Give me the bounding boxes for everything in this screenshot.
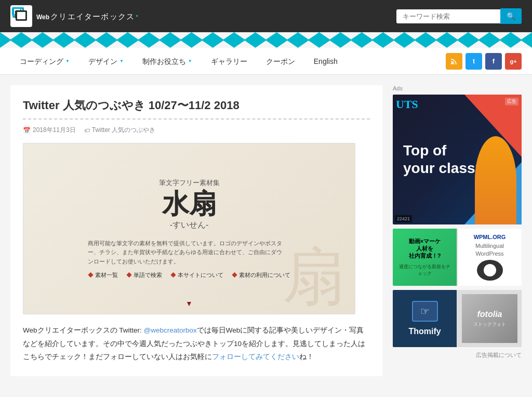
ad-bot-right-content: fotolia ストックフォト: [462, 294, 517, 343]
article-text-before: Webクリエイターボックスの Twitter:: [23, 326, 144, 334]
ad-bot-left-title: Thomify: [408, 327, 441, 336]
tag-link[interactable]: Twitter 人気のつぶやき: [92, 126, 156, 135]
image-link-usage[interactable]: ◆ 素材の利用について: [232, 271, 290, 279]
article-meta: 📅 2018年11月3日 🏷 Twitter 人気のつぶやき: [23, 126, 370, 135]
ad-mid-right-logo: WPML.ORG: [474, 234, 506, 240]
twitter-handle-link[interactable]: @webcreatorbox: [144, 326, 197, 334]
tag-icon: 🏷: [84, 127, 90, 134]
ad-bot-right: fotolia ストックフォト: [458, 290, 522, 347]
nav-link-gallery[interactable]: ギャラリー: [202, 48, 257, 75]
article-title: Twitter 人気のつぶやき 10/27〜11/2 2018: [23, 98, 370, 113]
facebook-icon: f: [493, 57, 495, 65]
site-header: Web クリエイターボックス · 🔍: [0, 0, 532, 32]
nav-arrow-coding: ▼: [65, 48, 70, 75]
article: Twitter 人気のつぶやき 10/27〜11/2 2018 📅 2018年1…: [10, 85, 382, 376]
logo-web: Web: [36, 14, 49, 21]
ad-bot-left-icon: ☞: [412, 301, 438, 322]
search-button[interactable]: 🔍: [500, 8, 522, 24]
ad-block-bot[interactable]: ☞ Thomify fotolia ストックフォト: [393, 290, 522, 347]
ad-mid-content: 動画×マーケ人材を社内育成！? 適度につながる新規をチェック WPML.ORG …: [393, 229, 522, 286]
twitter-button[interactable]: t: [466, 53, 482, 70]
image-links: ◆ 素材一覧 ◆ 単語で検索 ◆ 本サイトについて ◆ 素材の利用について: [88, 271, 290, 279]
svg-rect-0: [12, 8, 21, 15]
main-wrapper: Twitter 人気のつぶやき 10/27〜11/2 2018 📅 2018年1…: [0, 75, 532, 387]
image-brush-main: 水扇: [88, 191, 290, 218]
image-description: 商用可能な筆文字の素材を無料で提供しています。ロゴのデザインやポスター、チラシ、…: [88, 239, 285, 267]
ad-person: [475, 136, 516, 224]
image-link-search[interactable]: ◆ 単語で検索: [126, 271, 162, 279]
ad-uts-logo: UTS: [396, 98, 418, 111]
nav-item-design[interactable]: デザイン ▼: [79, 48, 133, 75]
social-icons: t f g+: [446, 53, 522, 70]
image-link-about[interactable]: ◆ 本サイトについて: [170, 271, 223, 279]
nav-list: コーディング ▼ デザイン ▼ 制作お役立ち ▼ ギャラリー クーポン: [10, 48, 347, 75]
gplus-button[interactable]: g+: [505, 53, 522, 70]
follow-link[interactable]: フォローしてみてください: [212, 353, 299, 361]
decorative-strip: [0, 32, 532, 48]
sidebar: Ads Top ofyour class? 22421 広告 UTS 動画×マー…: [393, 85, 522, 376]
nav-arrow-design: ▼: [119, 48, 124, 75]
ad-mid-left: 動画×マーケ人材を社内育成！? 適度につながる新規をチェック: [393, 229, 457, 286]
search-input[interactable]: [396, 9, 500, 23]
gplus-icon: g+: [510, 58, 516, 64]
image-brush-label: 筆文字フリー素材集: [88, 178, 290, 188]
svg-rect-1: [16, 11, 24, 18]
date-text: 2018年11月3日: [33, 126, 76, 135]
ad-top-content: Top ofyour class? 22421 広告 UTS: [393, 95, 522, 224]
article-divider: [23, 118, 370, 120]
nav-link-design[interactable]: デザイン ▼: [79, 48, 133, 75]
facebook-button[interactable]: f: [485, 53, 502, 70]
ads-footer: 広告掲載について: [393, 351, 522, 359]
image-link-list[interactable]: ◆ 素材一覧: [88, 271, 118, 279]
ad-badge: 22421: [395, 215, 412, 222]
ad-badge-top: 広告: [505, 98, 518, 105]
logo-dot: ·: [136, 11, 138, 22]
nav-link-production[interactable]: 制作お役立ち ▼: [133, 48, 202, 75]
main-nav: コーディング ▼ デザイン ▼ 制作お役立ち ▼ ギャラリー クーポン: [0, 48, 532, 75]
ad-mid-right: WPML.ORG MultilingualWordPress: [458, 229, 522, 286]
calendar-icon: 📅: [23, 127, 31, 134]
nav-item-coding[interactable]: コーディング ▼: [10, 48, 79, 75]
ad-mid-left-sub: 適度につながる新規をチェック: [397, 263, 453, 277]
svg-point-2: [451, 62, 453, 64]
logo-icon: [10, 5, 32, 27]
rss-button[interactable]: [446, 53, 462, 70]
ad-bot-right-logo: fotolia: [477, 310, 502, 319]
ad-block-mid[interactable]: 動画×マーケ人材を社内育成！? 適度につながる新規をチェック WPML.ORG …: [393, 229, 522, 286]
image-content: 筆文字フリー素材集 水扇 -すいせん- 商用可能な筆文字の素材を無料で提供してい…: [72, 163, 306, 295]
image-arrow: ▼: [185, 299, 193, 308]
nav-link-english[interactable]: English: [304, 48, 347, 75]
article-body: Webクリエイターボックスの Twitter: @webcreatorboxでは…: [23, 324, 370, 364]
twitter-icon: t: [473, 58, 475, 65]
image-brush-sub: -すいせん-: [88, 220, 290, 231]
ads-label: Ads: [393, 85, 522, 91]
logo-area: Web クリエイターボックス ·: [10, 5, 138, 27]
nav-item-english[interactable]: English: [304, 48, 347, 75]
ad-block-top[interactable]: Top ofyour class? 22421 広告 UTS: [393, 95, 522, 224]
meta-tag: 🏷 Twitter 人気のつぶやき: [84, 126, 156, 135]
nav-arrow-production: ▼: [188, 48, 192, 75]
nav-item-gallery[interactable]: ギャラリー: [202, 48, 257, 75]
logo-text: クリエイターボックス: [50, 12, 135, 22]
ad-bot-left: ☞ Thomify: [393, 290, 457, 347]
article-image: 筆文字フリー素材集 水扇 -すいせん- 商用可能な筆文字の素材を無料で提供してい…: [23, 143, 355, 314]
ad-bot-content: ☞ Thomify fotolia ストックフォト: [393, 290, 522, 347]
ad-mid-right-text: MultilingualWordPress: [475, 242, 504, 258]
article-text-end: ね！: [299, 353, 314, 361]
ad-mid-left-title: 動画×マーケ人材を社内育成！?: [409, 237, 441, 260]
nav-item-coupon[interactable]: クーポン: [257, 48, 304, 75]
ads-footer-link[interactable]: 広告掲載について: [476, 352, 522, 358]
nav-link-coding[interactable]: コーディング ▼: [10, 48, 79, 75]
nav-item-production[interactable]: 制作お役立ち ▼: [133, 48, 202, 75]
ad-mid-right-icon: [477, 260, 503, 281]
ad-bot-right-sub: ストックフォト: [473, 321, 506, 328]
meta-date: 📅 2018年11月3日: [23, 126, 76, 135]
nav-link-coupon[interactable]: クーポン: [257, 48, 304, 75]
search-area: 🔍: [396, 8, 522, 24]
